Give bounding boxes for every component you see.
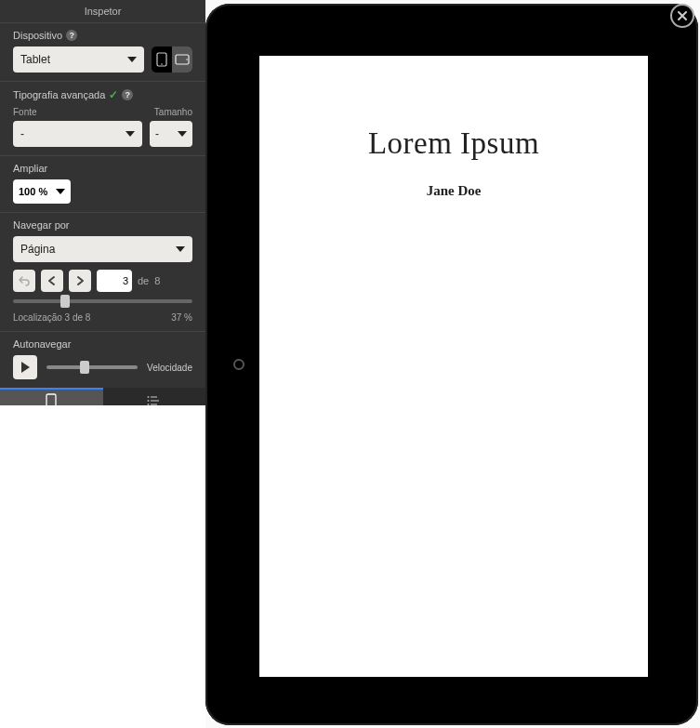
orientation-landscape-button[interactable] (172, 46, 192, 73)
zoom-select[interactable]: 100 % (13, 179, 71, 204)
device-label: Dispositivo (13, 30, 62, 41)
font-value: - (20, 127, 24, 140)
book-title: Lorem Ipsum (259, 126, 648, 161)
help-icon[interactable]: ? (66, 30, 77, 41)
svg-point-9 (147, 396, 149, 398)
page-input[interactable] (97, 270, 132, 292)
navigate-by-value: Página (20, 243, 55, 256)
close-button[interactable] (670, 4, 694, 28)
play-icon (21, 362, 30, 373)
size-label: Tamanho (150, 107, 192, 117)
chevron-down-icon (176, 246, 185, 252)
device-select[interactable]: Tablet (13, 46, 144, 73)
zoom-label: Ampliar (13, 163, 47, 174)
play-button[interactable] (13, 355, 37, 379)
location-percent: 37 % (171, 312, 192, 323)
help-icon[interactable]: ? (122, 89, 133, 100)
chevron-down-icon (125, 131, 135, 137)
book-author: Jane Doe (259, 183, 648, 199)
orientation-toggle[interactable] (152, 46, 192, 73)
prev-page-button[interactable] (41, 270, 63, 292)
device-screen[interactable]: Lorem Ipsum Jane Doe (259, 56, 648, 677)
location-text: Localização 3 de 8 (13, 312, 90, 323)
navigate-by-select[interactable]: Página (13, 236, 192, 262)
speed-label: Velocidade (147, 363, 192, 373)
next-page-button[interactable] (69, 270, 91, 292)
page-of-label: de (138, 275, 149, 286)
close-icon (676, 9, 689, 22)
chevron-down-icon (56, 189, 65, 194)
orientation-portrait-button[interactable] (152, 46, 172, 73)
svg-point-1 (161, 63, 163, 65)
size-select[interactable]: - (150, 121, 192, 147)
slider-thumb[interactable] (80, 361, 89, 374)
svg-point-10 (147, 400, 149, 402)
typography-label: Tipografia avançada (13, 89, 105, 100)
size-value: - (155, 127, 159, 140)
undo-button[interactable] (13, 270, 35, 292)
chevron-down-icon (178, 131, 187, 137)
inspector-title: Inspetor (0, 0, 205, 23)
chevron-down-icon (127, 57, 137, 62)
page-total: 8 (154, 275, 160, 286)
font-label: Fonte (13, 107, 142, 117)
device-home-button (233, 359, 244, 370)
speed-slider[interactable] (46, 365, 138, 369)
device-frame: Lorem Ipsum Jane Doe (205, 4, 698, 725)
empty-panel (0, 405, 205, 728)
svg-point-3 (186, 59, 188, 60)
font-select[interactable]: - (13, 121, 142, 147)
slider-thumb[interactable] (60, 295, 70, 308)
navigate-label: Navegar por (13, 219, 70, 231)
check-icon: ✓ (109, 88, 118, 101)
device-value: Tablet (20, 53, 50, 66)
location-slider[interactable] (13, 299, 192, 303)
autonav-label: Autonavegar (13, 338, 71, 350)
zoom-value: 100 % (19, 186, 47, 197)
